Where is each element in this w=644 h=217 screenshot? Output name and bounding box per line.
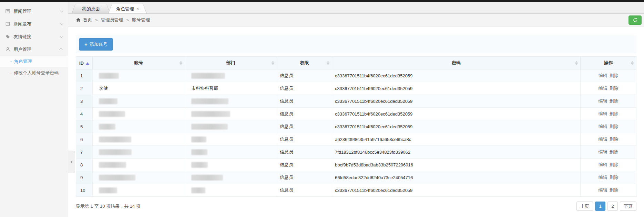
- sidebar-item-news-publish[interactable]: 新闻发布: [0, 18, 68, 30]
- cell-id: 3: [76, 95, 93, 108]
- publish-icon: [5, 21, 10, 27]
- cell-id: 9: [76, 171, 93, 184]
- cell-account: [93, 133, 185, 146]
- sort-asc-icon: [86, 62, 89, 65]
- edit-link[interactable]: 编辑: [599, 73, 607, 78]
- cell-permission: 信息员: [277, 69, 332, 82]
- delete-link[interactable]: 删除: [610, 86, 619, 91]
- delete-link[interactable]: 删除: [610, 137, 619, 142]
- breadcrumb-separator: >: [126, 18, 129, 23]
- cell-permission: 信息员: [277, 133, 332, 146]
- breadcrumb-account-management: 账号管理: [132, 17, 150, 23]
- edit-link[interactable]: 编辑: [599, 124, 607, 129]
- sidebar-item-friend-links[interactable]: 友情链接: [0, 30, 68, 43]
- chevron-down-icon: [60, 22, 63, 25]
- cell-account: [93, 95, 185, 108]
- edit-link[interactable]: 编辑: [599, 111, 607, 116]
- breadcrumb-home[interactable]: 首页: [83, 17, 92, 23]
- delete-link[interactable]: 删除: [610, 162, 619, 167]
- delete-link[interactable]: 删除: [610, 149, 619, 154]
- sidebar-item-role-management[interactable]: - 角色管理: [0, 56, 68, 67]
- cell-password: c33367701511b4f6020ec61ded352059: [332, 108, 581, 120]
- sidebar-item-user-management[interactable]: 用户管理: [0, 43, 68, 56]
- redacted-text-block: [191, 162, 208, 168]
- column-header-password[interactable]: 密码: [332, 57, 581, 69]
- redacted-text-block: [99, 73, 119, 79]
- results-info: 显示第 1 至 10 项结果，共 14 项: [76, 203, 141, 209]
- page-button-1[interactable]: 1: [595, 202, 605, 211]
- cell-account: [93, 120, 185, 133]
- plus-icon: +: [84, 42, 88, 47]
- sidebar-item-label: 友情链接: [13, 34, 31, 40]
- refresh-button[interactable]: [628, 15, 642, 25]
- redacted-text-block: [99, 124, 115, 130]
- delete-link[interactable]: 删除: [610, 187, 619, 193]
- redacted-text-block: [191, 187, 205, 193]
- table-header-row: ID 账号 部门 权限 密码 操作: [76, 57, 636, 69]
- redacted-text-block: [99, 162, 126, 168]
- breadcrumb-admin-management[interactable]: 管理员管理: [101, 17, 123, 23]
- delete-link[interactable]: 删除: [610, 73, 619, 78]
- edit-link[interactable]: 编辑: [599, 187, 607, 193]
- content-panel: + 添加账号 ID 账号 部门 权限 密码 操作 1信息员c3336770: [68, 26, 644, 217]
- column-header-operations[interactable]: 操作: [581, 57, 636, 69]
- delete-link[interactable]: 删除: [610, 124, 619, 129]
- sidebar-item-news-management[interactable]: 新闻管理: [0, 5, 68, 18]
- cell-id: 1: [76, 69, 93, 82]
- prev-page-button[interactable]: 上页: [576, 202, 593, 211]
- cell-account: [93, 159, 185, 171]
- table-row: 5信息员c33367701511b4f6020ec61ded352059编辑删除: [76, 120, 636, 133]
- edit-link[interactable]: 编辑: [599, 175, 607, 180]
- sidebar-collapse-handle[interactable]: [68, 151, 75, 173]
- close-icon[interactable]: ×: [136, 7, 139, 11]
- cell-password: bbcf9b7d53d8bad3ab33b25072296016: [332, 159, 581, 171]
- cell-id: 6: [76, 133, 93, 146]
- edit-link[interactable]: 编辑: [599, 137, 607, 142]
- header-label: 权限: [300, 60, 309, 65]
- caret-left-icon: [70, 160, 72, 164]
- cell-id: 4: [76, 108, 93, 120]
- delete-link[interactable]: 删除: [610, 111, 619, 116]
- header-label: 操作: [604, 60, 613, 65]
- sidebar-item-change-password[interactable]: - 修改个人帐号登录密码: [0, 67, 68, 78]
- delete-link[interactable]: 删除: [610, 175, 619, 180]
- delete-link[interactable]: 删除: [610, 98, 619, 104]
- user-icon: [5, 47, 10, 52]
- tab-bar: 我的桌面 角色管理 ×: [68, 2, 644, 14]
- page-button-2[interactable]: 2: [607, 202, 618, 211]
- cell-account: [93, 108, 185, 120]
- table-row: 8信息员bbcf9b7d53d8bad3ab33b25072296016编辑删除: [76, 159, 636, 171]
- cell-operations: 编辑删除: [581, 82, 636, 95]
- cell-password: c33367701511b4f6020ec61ded352059: [332, 184, 581, 197]
- cell-password: c33367701511b4f6020ec61ded352059: [332, 120, 581, 133]
- sub-item-label: 修改个人帐号登录密码: [14, 70, 59, 76]
- column-header-id[interactable]: ID: [76, 57, 93, 69]
- sidebar-item-label: 新闻发布: [13, 21, 31, 27]
- next-page-button[interactable]: 下页: [620, 202, 636, 211]
- edit-link[interactable]: 编辑: [599, 162, 607, 167]
- cell-operations: 编辑删除: [581, 159, 636, 171]
- edit-link[interactable]: 编辑: [599, 86, 607, 91]
- sub-item-bullet: -: [10, 70, 12, 75]
- tab-my-desktop[interactable]: 我的桌面: [72, 4, 110, 13]
- edit-link[interactable]: 编辑: [599, 98, 607, 104]
- edit-link[interactable]: 编辑: [599, 149, 607, 154]
- sidebar-item-label: 用户管理: [13, 46, 31, 53]
- redacted-text-block: [99, 137, 131, 142]
- cell-department: [185, 120, 277, 133]
- column-header-account[interactable]: 账号: [93, 57, 185, 69]
- cell-account: [93, 146, 185, 159]
- redacted-text-block: [99, 187, 117, 193]
- cell-permission: 信息员: [277, 82, 332, 95]
- sidebar-item-label: 新闻管理: [13, 8, 31, 14]
- add-account-button[interactable]: + 添加账号: [79, 38, 113, 51]
- header-label: 密码: [452, 60, 461, 65]
- cell-account: [93, 171, 185, 184]
- table-row: 10信息员c33367701511b4f6020ec61ded352059编辑删…: [76, 184, 636, 197]
- cell-id: 2: [76, 82, 93, 95]
- redacted-text-block: [99, 175, 135, 181]
- column-header-department[interactable]: 部门: [185, 57, 277, 69]
- column-header-permission[interactable]: 权限: [277, 57, 332, 69]
- tab-role-management[interactable]: 角色管理 ×: [108, 4, 147, 13]
- header-label: ID: [79, 61, 84, 66]
